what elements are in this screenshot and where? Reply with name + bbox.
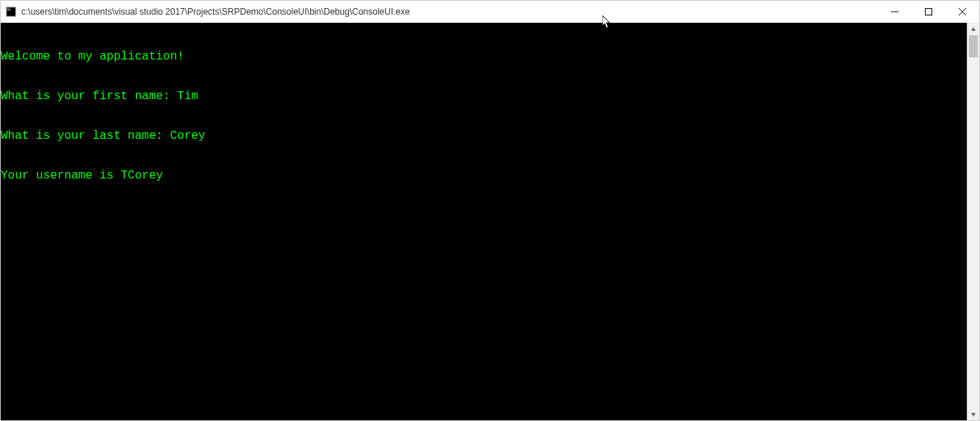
scroll-track[interactable] [968,35,979,408]
titlebar[interactable]: c:\users\tim\documents\visual studio 201… [1,1,979,23]
vertical-scrollbar[interactable] [967,23,979,420]
console-area: Welcome to my application! What is your … [1,23,979,420]
scroll-thumb[interactable] [969,35,978,57]
close-button[interactable] [945,1,979,23]
svg-marker-8 [971,413,976,417]
scroll-down-arrow[interactable] [968,408,979,420]
minimize-button[interactable] [878,1,912,23]
svg-rect-2 [7,10,11,10]
maximize-button[interactable] [912,1,945,23]
window-title: c:\users\tim\documents\visual studio 201… [21,7,878,17]
console-line: Your username is TCorey [1,169,967,182]
app-icon [5,6,17,18]
console-output[interactable]: Welcome to my application! What is your … [1,23,967,420]
window-controls [878,1,979,23]
svg-rect-4 [926,9,932,15]
svg-rect-1 [7,9,10,10]
svg-marker-7 [971,27,976,31]
scroll-up-arrow[interactable] [968,23,979,35]
console-line: What is your last name: Corey [1,129,967,143]
console-window: c:\users\tim\documents\visual studio 201… [0,0,980,421]
console-line: What is your first name: Tim [1,90,967,103]
console-line: Welcome to my application! [1,50,967,63]
